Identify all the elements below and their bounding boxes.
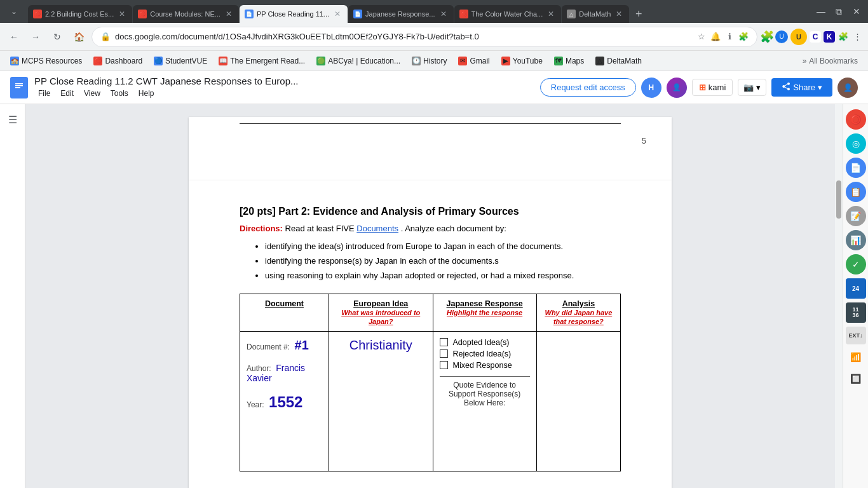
- camera-button[interactable]: 📷 ▾: [738, 79, 766, 96]
- part2-heading: [20 pts] Part 2: Evidence and Analysis o…: [240, 206, 621, 217]
- reload-button[interactable]: ↻: [48, 28, 66, 46]
- document-container[interactable]: 5 [20 pts] Part 2: Evidence and Analysis…: [25, 104, 835, 488]
- request-edit-button[interactable]: Request edit access: [540, 78, 636, 97]
- bookmark-dashboard[interactable]: ⭕ Dashboard: [88, 55, 147, 67]
- extensions-puzzle-icon[interactable]: 🧩: [761, 31, 773, 43]
- bookmarks-more-label: All Bookmarks: [809, 57, 858, 65]
- tab-building-cost[interactable]: ⭕ 2.2 Building Cost Es... ✕: [28, 5, 132, 23]
- forward-button[interactable]: →: [27, 28, 44, 46]
- ext-icon-green[interactable]: ✓: [846, 254, 866, 274]
- bookmark-star-icon[interactable]: ☆: [696, 31, 707, 43]
- checkbox-mixed-box[interactable]: [440, 361, 448, 369]
- tab-deltamath[interactable]: △ DeltaMath ✕: [562, 5, 629, 23]
- scrollbar-thumb[interactable]: [836, 180, 841, 219]
- info-icon[interactable]: ℹ: [724, 31, 735, 43]
- user-avatar-3[interactable]: 👤: [837, 78, 858, 98]
- bookmark-youtube[interactable]: ▶ YouTube: [496, 55, 548, 67]
- extension-c-icon[interactable]: C: [810, 31, 821, 43]
- outline-icon[interactable]: ☰: [4, 111, 22, 128]
- address-bar[interactable]: 🔒 docs.google.com/document/d/1OSa4Jfvdih…: [92, 27, 757, 47]
- checkbox-rejected-box[interactable]: [440, 349, 448, 358]
- profile-avatar[interactable]: U: [790, 29, 807, 45]
- puzzle-pieces-icon[interactable]: 🧩: [837, 31, 849, 43]
- bookmark-history[interactable]: 🕐 History: [407, 55, 452, 67]
- directions-label: Directions:: [240, 224, 283, 233]
- bookmark-youtube-label: YouTube: [513, 57, 543, 65]
- kami-button[interactable]: ⊞ kami: [692, 79, 733, 96]
- new-tab-button[interactable]: +: [630, 5, 648, 23]
- bookmark-deltamath[interactable]: △ DeltaMath: [590, 55, 647, 67]
- european-idea-cell-1[interactable]: Christianity: [329, 331, 433, 471]
- ext-icon-blue[interactable]: 📄: [846, 158, 866, 178]
- tab-icon-2: ⭕: [138, 10, 147, 18]
- ext-icon-gray[interactable]: 📝: [846, 206, 866, 226]
- author-label: Author:: [247, 364, 271, 373]
- tab-close-2[interactable]: ✕: [224, 9, 234, 19]
- home-button[interactable]: 🏠: [70, 28, 88, 46]
- tab-course-modules[interactable]: ⭕ Course Modules: NE... ✕: [133, 5, 239, 23]
- calendar-badge[interactable]: 24: [846, 278, 866, 299]
- ext-down-badge[interactable]: EXT↓: [846, 327, 866, 344]
- tab-close-4[interactable]: ✕: [438, 9, 449, 19]
- bookmark-dashboard-label: Dashboard: [105, 57, 142, 65]
- tab-close-6[interactable]: ✕: [614, 9, 624, 19]
- tab-close-3[interactable]: ✕: [332, 9, 342, 19]
- back-button[interactable]: ←: [5, 28, 23, 46]
- japanese-response-cell-1[interactable]: Adopted Idea(s) Rejected Idea(s) Mixed R…: [433, 331, 536, 471]
- checkbox-mixed[interactable]: Mixed Response: [440, 361, 530, 370]
- tab-icon-3: 📄: [245, 10, 254, 18]
- maximize-button[interactable]: ⧉: [832, 6, 845, 17]
- bookmark-deltamath-icon: △: [595, 57, 604, 65]
- svg-rect-2: [15, 85, 23, 86]
- clock-badge[interactable]: 11 36: [846, 302, 866, 323]
- clock-bot: 36: [852, 313, 858, 318]
- tab-pp-close-reading[interactable]: 📄 PP Close Reading 11... ✕: [240, 5, 348, 23]
- close-window-button[interactable]: ✕: [850, 6, 863, 17]
- bookmarks-more-button[interactable]: » All Bookmarks: [797, 55, 863, 67]
- user-avatar-2[interactable]: 👤: [667, 78, 687, 98]
- bookmark-studentvue[interactable]: 🔵 StudentVUE: [149, 55, 212, 67]
- tab-color-water[interactable]: ⭕ The Color Water Cha... ✕: [454, 5, 562, 23]
- bookmark-abcya[interactable]: 🟢 ABCya! | Education...: [311, 55, 405, 67]
- extension-icon[interactable]: 🧩: [738, 31, 749, 43]
- checkbox-adopted-box[interactable]: [440, 338, 448, 346]
- checkbox-adopted[interactable]: Adopted Idea(s): [440, 338, 530, 347]
- menu-file[interactable]: File: [34, 88, 54, 99]
- user-avatar-h[interactable]: H: [641, 78, 661, 98]
- page-divider-line: [240, 123, 621, 124]
- bookmark-maps[interactable]: 🗺 Maps: [549, 55, 589, 67]
- extension-k-icon[interactable]: K: [824, 31, 835, 43]
- bookmark-gmail[interactable]: ✉ Gmail: [453, 55, 494, 67]
- analysis-cell-1[interactable]: [536, 331, 620, 471]
- documents-link[interactable]: Documents: [356, 224, 398, 233]
- menu-tools[interactable]: Tools: [107, 88, 132, 99]
- menu-view[interactable]: View: [80, 88, 104, 99]
- col-document-main: Document: [247, 299, 322, 308]
- network-icon[interactable]: 🔲: [846, 370, 866, 388]
- menu-help[interactable]: Help: [135, 88, 158, 99]
- ext-icon-blue2[interactable]: 📋: [846, 182, 866, 202]
- tab-list-btn[interactable]: ⌄: [5, 3, 23, 20]
- bookmark-youtube-icon: ▶: [501, 57, 510, 65]
- share-button[interactable]: Share ▾: [771, 78, 832, 97]
- tab-icon-5: ⭕: [459, 10, 468, 18]
- sync-icon[interactable]: U: [775, 30, 788, 43]
- scrollbar[interactable]: [835, 104, 843, 488]
- ext-icon-gray2[interactable]: 📊: [846, 230, 866, 250]
- bookmark-emergent-read[interactable]: 📖 The Emergent Read...: [214, 55, 310, 67]
- tab-close-1[interactable]: ✕: [117, 9, 127, 19]
- ext-icon-teal[interactable]: ◎: [846, 133, 866, 154]
- bookmark-emergent-label: The Emergent Read...: [230, 57, 305, 65]
- alerts-icon[interactable]: 🔔: [710, 31, 721, 43]
- bookmark-mcps-resources[interactable]: 🏫 MCPS Resources: [5, 55, 87, 67]
- tab-japanese-response[interactable]: 📄 Japanese Response... ✕: [348, 5, 453, 23]
- col-header-european: European Idea What was introduced to Jap…: [329, 294, 433, 331]
- tab-close-5[interactable]: ✕: [546, 9, 556, 19]
- checkbox-rejected[interactable]: Rejected Idea(s): [440, 349, 530, 358]
- minimize-button[interactable]: —: [815, 6, 827, 17]
- ext-icon-red[interactable]: ⭕: [846, 109, 866, 130]
- wifi-icon[interactable]: 📶: [846, 348, 866, 366]
- more-options-icon[interactable]: ⋮: [851, 31, 863, 43]
- menu-edit[interactable]: Edit: [57, 88, 78, 99]
- bookmark-history-icon: 🕐: [412, 57, 421, 65]
